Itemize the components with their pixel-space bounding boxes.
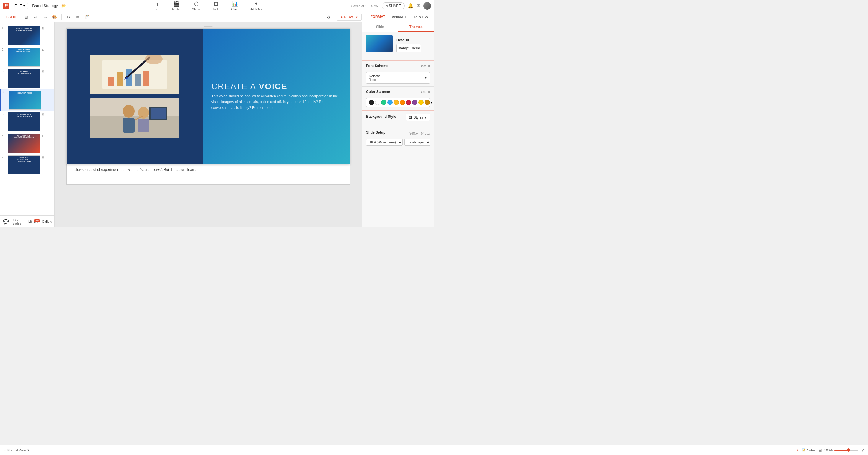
- play-button[interactable]: ▶ PLAY ▼: [337, 13, 362, 21]
- mail-icon[interactable]: ✉: [416, 3, 421, 8]
- play-arrow-icon: ▶: [341, 15, 343, 19]
- toolbar-media[interactable]: 🎬 Media: [170, 0, 182, 12]
- presentation-title[interactable]: Brand Strategy: [32, 4, 58, 8]
- slide-preview-1: HOW TO DEVELOPBRAND STRATEGY: [8, 26, 40, 45]
- layout-icon[interactable]: ⊟: [23, 13, 30, 21]
- slide-thumb-7[interactable]: 7 MAINTAINCONSISTENCYADD EMOTIONS ⊞: [0, 154, 54, 175]
- add-slide-button[interactable]: + SLIDE: [4, 15, 21, 19]
- svg-rect-5: [108, 77, 114, 86]
- review-tab[interactable]: REVIEW: [412, 15, 430, 19]
- undo-icon[interactable]: ↩: [32, 13, 39, 21]
- themes-tab[interactable]: Themes: [398, 23, 434, 32]
- saved-status: Saved at 11:36 AM: [351, 4, 379, 8]
- svg-rect-2: [5, 6, 6, 7]
- sidebar-bottom: 💬 4 / 7 Slides Library New Gallery: [0, 216, 54, 228]
- addons-label: Add-Ons: [250, 8, 262, 11]
- redo-icon[interactable]: ↪: [41, 13, 49, 21]
- thumb-action-icon-6: ⊞: [42, 134, 44, 137]
- theme-preview: [366, 35, 393, 52]
- slide-preview-4: CREATE A VOICE: [8, 91, 41, 110]
- notes-text: it allows for a lot of experimentation w…: [71, 168, 196, 172]
- slide-setup-label: Slide Setup: [366, 130, 385, 135]
- format-tab[interactable]: FORMAT: [368, 15, 388, 20]
- slide-counter: 4 / 7 Slides: [12, 218, 21, 225]
- thumb-action-icon-4: ⊞: [43, 91, 45, 94]
- slide-thumb-3[interactable]: 3 BE TRUETO YOUR BRAND ⊞: [0, 68, 54, 89]
- animate-tab[interactable]: ANIMATE: [390, 15, 410, 19]
- user-avatar[interactable]: [423, 2, 431, 10]
- toolbar-table[interactable]: ⊞ Table: [211, 0, 221, 12]
- svg-rect-16: [123, 118, 135, 133]
- color-scheme-dropdown[interactable]: ▼: [366, 98, 430, 107]
- notification-icon[interactable]: 🔔: [408, 3, 414, 8]
- cut-icon[interactable]: ✂: [65, 13, 72, 21]
- font-scheme-dropdown[interactable]: Roboto Roboto ▼: [366, 72, 430, 84]
- slides-sidebar: 1 HOW TO DEVELOPBRAND STRATEGY ⊞ 2 DEFIN…: [0, 23, 55, 228]
- swatch-6: [400, 100, 405, 105]
- paint-icon[interactable]: 🎨: [51, 13, 58, 21]
- library-button[interactable]: Library New: [28, 220, 38, 223]
- swatch-8: [412, 100, 417, 105]
- thumb-actions-2: ⊞: [42, 48, 44, 51]
- slide-thumb-1[interactable]: 1 HOW TO DEVELOPBRAND STRATEGY ⊞: [0, 25, 54, 46]
- file-menu-button[interactable]: FILE ▼: [12, 3, 28, 9]
- bg-chevron-icon: ▼: [424, 116, 427, 119]
- slide-body-text: This voice should be applied to all writ…: [211, 94, 341, 111]
- thumb-actions-7: ⊞: [42, 156, 44, 159]
- slide-canvas[interactable]: CREATE A VOICE This voice should be appl…: [66, 28, 350, 164]
- toolbar-addons[interactable]: ✦ Add-Ons: [249, 0, 264, 12]
- slide-thumb-6[interactable]: 6 WHAT IS YOURBRAND'S OBJECTIVES ⊞: [0, 132, 54, 154]
- chat-icon[interactable]: 💬: [3, 219, 9, 225]
- notes-area[interactable]: it allows for a lot of experimentation w…: [66, 164, 350, 185]
- swatch-4: [388, 100, 393, 105]
- slide-preview-3: BE TRUETO YOUR BRAND: [8, 69, 40, 88]
- table-label: Table: [213, 8, 220, 11]
- divider-3: [362, 127, 434, 127]
- slide-num-7: 7: [2, 156, 6, 159]
- svg-rect-9: [144, 71, 149, 86]
- aspect-ratio-select[interactable]: 16:9 (Widescreen) 4:3 (Standard): [366, 139, 403, 146]
- media-label: Media: [173, 8, 180, 11]
- bg-style-section: Background Style 🖼 Styles ▼: [362, 111, 434, 127]
- bg-styles-button[interactable]: 🖼 Styles ▼: [406, 113, 430, 121]
- slide-thumb-5[interactable]: 5 FOCUS ON YOURTARGET AUDIENCE ⊞: [0, 111, 54, 132]
- color-scheme-label: Color Scheme: [366, 90, 390, 94]
- slide-preview-6: WHAT IS YOURBRAND'S OBJECTIVES: [8, 134, 40, 153]
- gear-icon[interactable]: ⚙: [325, 13, 333, 21]
- media-icon: 🎬: [173, 1, 180, 7]
- swatch-3: [381, 100, 386, 105]
- app-logo: [3, 3, 9, 9]
- slide-right-panel: CREATE A VOICE This voice should be appl…: [203, 29, 349, 164]
- divider-2: [362, 110, 434, 111]
- slide-thumb-4[interactable]: 4 CREATE A VOICE ⊞: [0, 89, 54, 111]
- theme-info: Default Change Theme: [396, 38, 421, 52]
- slide-tab[interactable]: Slide: [362, 23, 398, 32]
- panel-tabs: Slide Themes: [362, 23, 434, 32]
- toolbar-chart[interactable]: 📊 Chart: [230, 0, 240, 12]
- color-scheme-default: Default: [420, 90, 430, 94]
- thumb-actions-3: ⊞: [42, 70, 44, 73]
- svg-point-17: [138, 107, 149, 119]
- change-theme-button[interactable]: Change Theme: [396, 44, 421, 52]
- color-chevron-icon: ▼: [430, 101, 433, 104]
- file-chevron-icon: ▼: [23, 4, 25, 7]
- thumb-actions-5: ⊞: [42, 113, 44, 116]
- swatch-5: [394, 100, 399, 105]
- swatch-1: [369, 100, 374, 105]
- color-scheme-section: Color Scheme Default ▼: [362, 87, 434, 110]
- shape-label: Shape: [192, 8, 201, 11]
- paste-icon[interactable]: 📋: [84, 13, 91, 21]
- shape-icon: ⬡: [194, 1, 199, 7]
- slide-thumb-2[interactable]: 2 DEFINE YOURBRAND MESSAGE ⊞: [0, 46, 54, 68]
- slide-num-3: 3: [2, 70, 6, 73]
- share-button[interactable]: ⎋ SHARE: [382, 2, 405, 9]
- scroll-indicator: [204, 26, 213, 27]
- orientation-select[interactable]: Landscape Portrait: [404, 139, 430, 146]
- slide-num-display: 4: [12, 218, 14, 222]
- toolbar-text[interactable]: T Text: [153, 1, 162, 12]
- toolbar-shape[interactable]: ⬡ Shape: [190, 0, 203, 12]
- gallery-button[interactable]: Gallery: [42, 220, 52, 223]
- swatch-9: [418, 100, 424, 105]
- copy-icon[interactable]: ⧉: [74, 13, 82, 21]
- slide-num-6: 6: [2, 134, 6, 137]
